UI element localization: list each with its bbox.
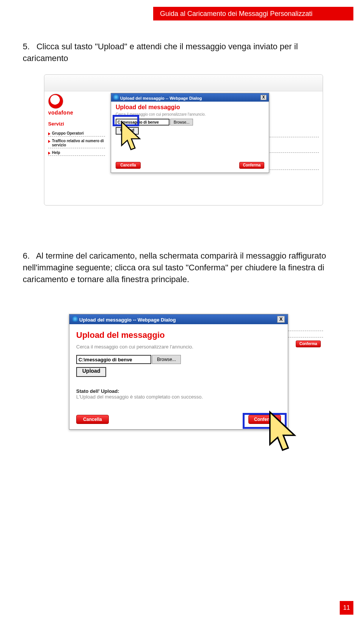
- vodafone-logo-icon: [48, 94, 63, 109]
- browser-titlebar: [44, 75, 323, 91]
- close-icon[interactable]: X: [277, 316, 285, 323]
- screenshot-2: Upload del messaggio -- Webpage Dialog X…: [69, 314, 288, 430]
- step-5-number: 5.: [23, 41, 34, 53]
- dialog2-heading: Upload del messaggio: [76, 330, 281, 340]
- dialog-titlebar: Upload del messaggio -- Webpage Dialog X: [111, 93, 269, 102]
- dialog2-subtitle: Cerca il messaggio con cui personalizzar…: [76, 344, 281, 350]
- browser-window: vodafone Servizi Gruppo Operatori Traffi…: [44, 74, 323, 206]
- upload-status-message: L'Upload del messaggio è stato completat…: [76, 394, 281, 400]
- dialog2-title-text: Upload del messaggio -- Webpage Dialog: [79, 317, 176, 323]
- cursor-icon: [266, 411, 302, 460]
- dialog2-titlebar: Upload del messaggio -- Webpage Dialog X: [69, 314, 288, 324]
- browse-button[interactable]: Browse...: [170, 119, 193, 126]
- sidebar-section-title: Servizi: [48, 121, 105, 127]
- dialog-title-text: Upload del messaggio -- Webpage Dialog: [120, 96, 202, 100]
- doc-header-title: Guida al Caricamento dei Messaggi Person…: [160, 10, 312, 18]
- outer-confirm-button[interactable]: Conferma: [296, 341, 321, 347]
- step-6: 6. Al termine del caricamento, nella sch…: [23, 250, 341, 285]
- dialog-heading: Upload del messaggio: [116, 104, 264, 111]
- file-path-input-2[interactable]: [76, 355, 151, 364]
- upload-dialog-2: Upload del messaggio -- Webpage Dialog X…: [69, 314, 288, 430]
- sidebar-item-gruppo-operatori[interactable]: Gruppo Operatori: [48, 130, 105, 137]
- step-6-text: Al termine del caricamento, nella scherm…: [23, 251, 326, 284]
- step-6-number: 6.: [23, 250, 34, 262]
- upload-status-label: Stato dell' Upload:: [76, 388, 281, 394]
- close-icon[interactable]: X: [260, 95, 267, 100]
- doc-header-bar: Guida al Caricamento dei Messaggi Person…: [153, 7, 353, 20]
- ie-icon: [72, 316, 78, 322]
- brand-name: vodafone: [48, 110, 105, 116]
- screenshot-1: vodafone Servizi Gruppo Operatori Traffi…: [44, 74, 323, 231]
- ie-icon: [113, 94, 119, 100]
- step-5-text: Clicca sul tasto "Upload" e attendi che …: [23, 42, 298, 63]
- cursor-icon: [119, 121, 145, 157]
- page-number: 11: [343, 604, 350, 611]
- page-number-badge: 11: [340, 601, 353, 615]
- step-5: 5. Clicca sul tasto "Upload" e attendi c…: [23, 41, 341, 64]
- upload-button-2[interactable]: Upload: [76, 367, 106, 377]
- browse-button-2[interactable]: Browse...: [152, 355, 181, 364]
- cancel-button-2[interactable]: Cancella: [76, 415, 109, 424]
